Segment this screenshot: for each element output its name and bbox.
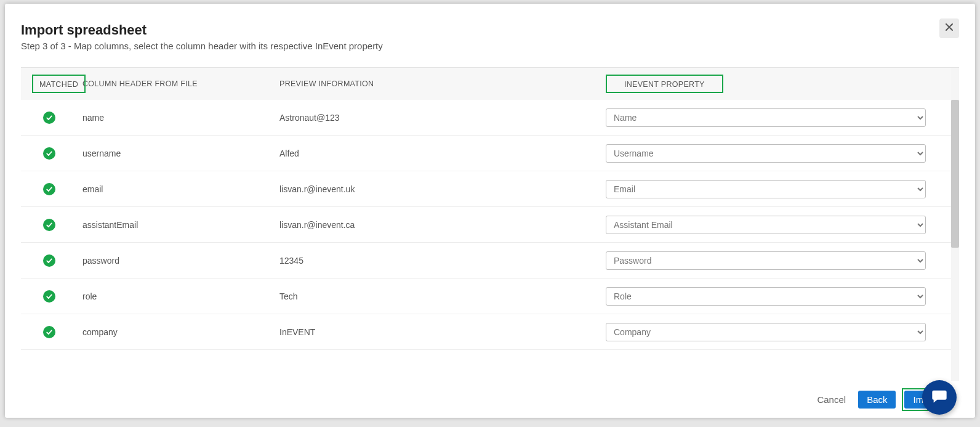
matched-check-icon bbox=[43, 183, 55, 195]
table-row: companyInEVENTCompany bbox=[21, 314, 959, 350]
cell-matched bbox=[21, 254, 82, 267]
cell-column: company bbox=[82, 327, 279, 337]
property-select[interactable]: Assistant Email bbox=[606, 216, 926, 234]
header-titles: Import spreadsheet Step 3 of 3 - Map col… bbox=[21, 22, 383, 51]
table-row: emaillisvan.r@inevent.ukEmail bbox=[21, 171, 959, 207]
modal-footer: Cancel Back Import bbox=[5, 381, 975, 418]
header-matched: MATCHED bbox=[21, 75, 82, 94]
chat-icon bbox=[931, 388, 948, 407]
cell-preview: Alfed bbox=[279, 148, 606, 158]
cell-matched bbox=[21, 326, 82, 338]
close-icon bbox=[944, 22, 954, 35]
cell-column: role bbox=[82, 291, 279, 301]
cell-property: Password bbox=[606, 251, 959, 270]
table-header-row: MATCHED COLUMN HEADER FROM FILE PREVIEW … bbox=[21, 68, 959, 100]
cell-column: assistantEmail bbox=[82, 220, 279, 230]
table-row: password12345Password bbox=[21, 243, 959, 279]
cell-preview: Tech bbox=[279, 291, 606, 301]
cell-preview: lisvan.r@inevent.ca bbox=[279, 220, 606, 230]
cell-preview: lisvan.r@inevent.uk bbox=[279, 184, 606, 194]
table-row: assistantEmaillisvan.r@inevent.caAssista… bbox=[21, 207, 959, 243]
matched-check-icon bbox=[43, 290, 55, 303]
matched-check-icon bbox=[43, 219, 55, 231]
header-matched-label: MATCHED bbox=[32, 75, 86, 94]
header-property-label: INEVENT PROPERTY bbox=[606, 75, 723, 94]
chat-widget-button[interactable] bbox=[922, 380, 957, 415]
import-spreadsheet-modal: Import spreadsheet Step 3 of 3 - Map col… bbox=[5, 4, 975, 418]
cell-preview: 12345 bbox=[279, 256, 606, 266]
cell-column: username bbox=[82, 148, 279, 158]
cell-matched bbox=[21, 219, 82, 231]
cell-property: Company bbox=[606, 323, 959, 341]
property-select[interactable]: Company bbox=[606, 323, 926, 341]
table-row: nameAstronaut@123Name bbox=[21, 100, 959, 136]
close-button[interactable] bbox=[939, 18, 959, 38]
cell-matched bbox=[21, 147, 82, 160]
cell-preview: InEVENT bbox=[279, 327, 606, 337]
matched-check-icon bbox=[43, 147, 55, 160]
cell-column: email bbox=[82, 184, 279, 194]
matched-check-icon bbox=[43, 112, 55, 124]
property-select[interactable]: Password bbox=[606, 251, 926, 270]
cell-property: Username bbox=[606, 144, 959, 163]
header-preview: PREVIEW INFORMATION bbox=[279, 79, 606, 88]
property-select[interactable]: Email bbox=[606, 180, 926, 198]
table-body[interactable]: nameAstronaut@123NameusernameAlfedUserna… bbox=[21, 100, 959, 381]
matched-check-icon bbox=[43, 326, 55, 338]
modal-subtitle: Step 3 of 3 - Map columns, select the co… bbox=[21, 41, 383, 51]
property-select[interactable]: Username bbox=[606, 144, 926, 163]
back-button[interactable]: Back bbox=[858, 391, 896, 409]
cell-preview: Astronaut@123 bbox=[279, 113, 606, 123]
mapping-table: MATCHED COLUMN HEADER FROM FILE PREVIEW … bbox=[21, 67, 959, 381]
cell-property: Name bbox=[606, 108, 959, 127]
cell-property: Assistant Email bbox=[606, 216, 959, 234]
property-select[interactable]: Role bbox=[606, 287, 926, 306]
modal-title: Import spreadsheet bbox=[21, 22, 383, 38]
cell-column: password bbox=[82, 256, 279, 266]
table-row: roleTechRole bbox=[21, 279, 959, 314]
property-select[interactable]: Name bbox=[606, 108, 926, 127]
cell-matched bbox=[21, 290, 82, 303]
cell-property: Email bbox=[606, 180, 959, 198]
header-column: COLUMN HEADER FROM FILE bbox=[82, 79, 279, 88]
cancel-button[interactable]: Cancel bbox=[811, 391, 852, 409]
matched-check-icon bbox=[43, 254, 55, 267]
cell-matched bbox=[21, 183, 82, 195]
cell-column: name bbox=[82, 113, 279, 123]
table-row: usernameAlfedUsername bbox=[21, 136, 959, 171]
scrollbar-thumb[interactable] bbox=[951, 100, 959, 248]
cell-property: Role bbox=[606, 287, 959, 306]
modal-header: Import spreadsheet Step 3 of 3 - Map col… bbox=[5, 4, 975, 62]
cell-matched bbox=[21, 112, 82, 124]
header-property: INEVENT PROPERTY bbox=[606, 75, 959, 94]
